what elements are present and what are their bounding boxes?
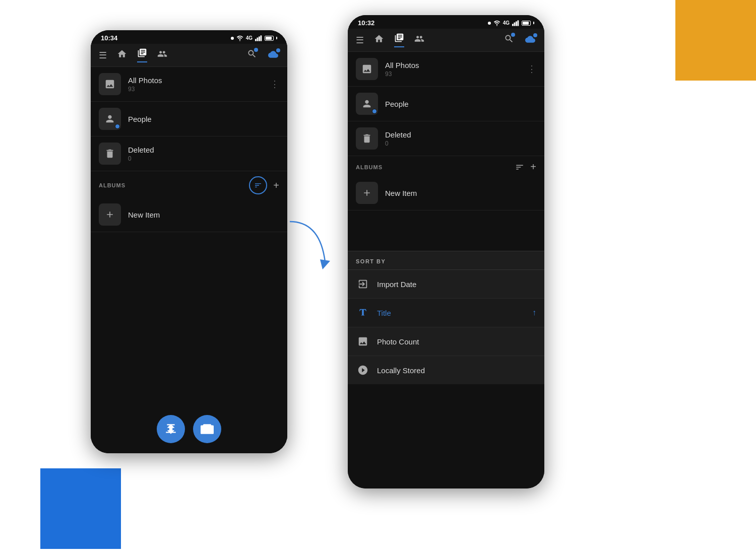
spacer-right [348,211,544,251]
all-photos-title-right: All Photos [385,61,520,69]
deleted-title-right: Deleted [385,130,536,139]
all-photos-more-right[interactable]: ⋮ [527,63,536,75]
svg-rect-4 [261,35,262,41]
people-info-left: People [128,115,279,123]
svg-rect-5 [166,432,176,433]
people-icon-left[interactable] [157,49,167,61]
status-icons-right: 4G [488,20,534,26]
svg-rect-8 [512,24,514,26]
list-item-new-left[interactable]: New Item [91,197,287,232]
signal-dot-right [488,22,491,25]
plus-icon-right [362,188,372,198]
deleted-info-right: Deleted 0 [385,130,536,147]
list-item-people-left[interactable]: People [91,102,287,136]
locally-stored-svg [357,365,368,376]
sort-item-photo-count[interactable]: Photo Count [348,327,544,356]
new-item-icon-box-left [99,203,121,226]
phone-left: 10:34 4G [91,30,287,453]
photos-icon-left [104,79,115,90]
people-badge-right [372,109,377,114]
camera-button-left[interactable] [193,415,221,443]
list-item-deleted-left[interactable]: Deleted 0 [91,136,287,171]
signal-4g-left: 4G [246,35,253,41]
import-date-svg [357,278,368,290]
svg-rect-10 [516,21,517,26]
albums-header-right: ALBUMS + [348,156,544,176]
albums-label-right: ALBUMS [356,164,511,170]
photo-count-icon [356,334,370,348]
sort-item-import-date[interactable]: Import Date [348,270,544,299]
home-icon-left[interactable] [117,49,127,61]
bg-decoration-yellow [675,0,756,81]
bottom-bar-left [91,410,287,453]
status-icons-left: 4G [231,35,277,41]
import-button-left[interactable] [157,415,185,443]
sort-panel-right: SORT BY Import Date Title ↑ [348,251,544,384]
status-bar-right: 10:32 4G [348,15,544,29]
new-item-title-left: New Item [128,211,279,219]
list-item-all-photos-right[interactable]: All Photos 93 ⋮ [348,52,544,87]
top-nav-left: ☰ [91,44,287,67]
search-icon-right[interactable] [504,34,514,46]
photo-count-svg [357,336,368,347]
people-title-right: People [385,100,536,108]
svg-rect-2 [257,37,259,41]
status-time-right: 10:32 [358,19,374,27]
cloud-icon-right[interactable] [524,34,536,46]
sort-button-left[interactable] [249,176,267,194]
new-item-icon-box-right [356,182,378,204]
all-photos-more-left[interactable]: ⋮ [270,79,279,90]
all-photos-info-right: All Photos 93 [385,61,520,78]
phone-left-screen: 10:34 4G [91,30,287,453]
svg-point-7 [496,25,497,26]
sort-item-locally-stored[interactable]: Locally Stored [348,356,544,384]
sort-arrow-up: ↑ [532,308,536,317]
albums-label-left: ALBUMS [99,182,245,188]
signal-dot-left [231,37,234,40]
status-bar-left: 10:34 4G [91,30,287,44]
sort-lines-icon-right[interactable] [515,163,524,172]
camera-icon-left [201,423,214,436]
people-info-right: People [385,100,536,108]
all-photos-subtitle-right: 93 [385,71,520,78]
people-icon-right[interactable] [414,34,424,46]
photo-count-label: Photo Count [377,337,536,346]
svg-rect-3 [259,36,260,41]
battery-right [522,21,531,26]
person-icon-left [104,113,115,124]
cloud-icon-left[interactable] [267,49,279,61]
library-icon-left[interactable] [137,48,147,62]
home-icon-right[interactable] [374,34,384,46]
add-album-button-left[interactable]: + [273,180,279,191]
list-item-all-photos-left[interactable]: All Photos 93 ⋮ [91,67,287,102]
library-icon-right[interactable] [394,33,404,47]
svg-rect-11 [518,20,519,26]
people-badge-left [115,124,120,129]
all-photos-subtitle-left: 93 [128,86,263,93]
status-time-left: 10:34 [101,34,117,42]
all-photos-icon-box-left [99,73,121,95]
list-item-people-right[interactable]: People [348,87,544,121]
list-item-new-right[interactable]: New Item [348,176,544,211]
arrow-annotation [280,212,355,277]
menu-icon-left[interactable]: ☰ [99,50,107,61]
list-item-deleted-right[interactable]: Deleted 0 [348,121,544,156]
signal-bars-right [512,20,519,26]
sort-item-title[interactable]: Title ↑ [348,299,544,327]
list-area-left: All Photos 93 ⋮ People [91,67,287,410]
trash-icon-box-left [99,143,121,165]
menu-icon-right[interactable]: ☰ [356,35,364,46]
trash-icon-box-right [356,127,378,150]
trash-icon-right [361,133,372,144]
locally-stored-label: Locally Stored [377,366,536,375]
all-photos-icon-box-right [356,58,378,80]
all-photos-info-left: All Photos 93 [128,76,263,93]
import-icon-left [164,423,177,436]
svg-marker-6 [320,259,330,269]
search-icon-left[interactable] [247,49,257,61]
top-nav-right: ☰ [348,29,544,52]
battery-left [265,36,274,41]
add-album-button-right[interactable]: + [530,161,536,173]
svg-rect-9 [514,22,516,26]
sort-panel-header: SORT BY [348,251,544,270]
